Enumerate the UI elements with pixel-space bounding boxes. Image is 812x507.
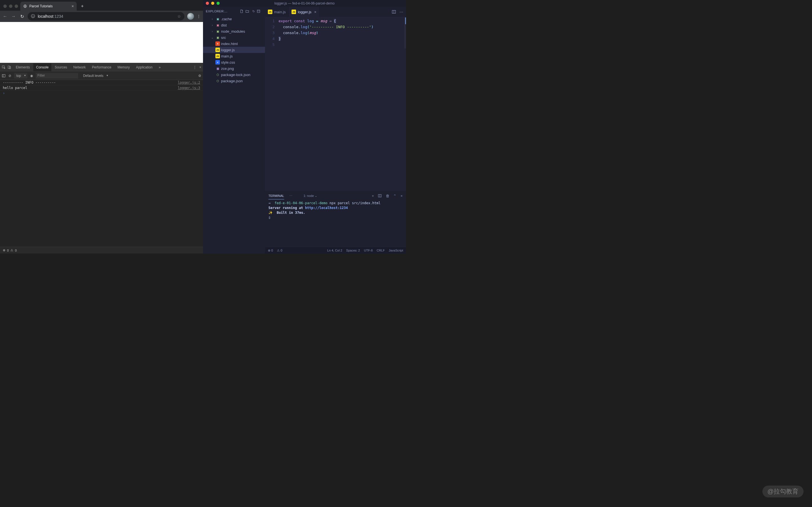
console-prompt[interactable]: ›: [0, 91, 203, 96]
folder-src[interactable]: ⌄▣src: [203, 34, 265, 41]
warning-count-icon[interactable]: ⚠: [10, 248, 13, 252]
devtools-tab-sources[interactable]: Sources: [52, 63, 70, 71]
code-content: export const log = msg ⇒ { console.log('…: [278, 18, 406, 191]
console-source-link[interactable]: logger.js:2: [178, 80, 200, 84]
file-package-lock[interactable]: ›⬡package-lock.json: [203, 71, 265, 78]
more-tabs-icon[interactable]: ⋯: [289, 194, 293, 198]
maximize-dot[interactable]: [15, 4, 18, 8]
minimap[interactable]: [404, 17, 406, 48]
devtools-tab-elements[interactable]: Elements: [13, 63, 33, 71]
status-warnings[interactable]: ⚠ 0: [277, 249, 282, 252]
bookmark-star-icon[interactable]: ☆: [177, 14, 181, 18]
address-bar[interactable]: ⓘ localhost:1234 ☆: [28, 12, 185, 20]
terminal-panel: TERMINAL ⋯ 1: node ⌄ + 🗑 ⌃ × → fed-e-01-…: [265, 191, 406, 247]
error-count-icon[interactable]: ⊗: [3, 248, 5, 252]
console-output: ---------- INFO ---------- logger.js:2 h…: [0, 80, 203, 247]
minimize-button[interactable]: [211, 2, 214, 5]
file-package-json[interactable]: ›⬡package.json: [203, 78, 265, 84]
code-editor[interactable]: 1 2 3 4 5 export const log = msg ⇒ { con…: [265, 17, 406, 191]
vscode-window: logger.js — fed-e-01-04-06-parcel-demo E…: [203, 0, 406, 253]
status-eol[interactable]: CRLF: [377, 249, 385, 252]
console-settings-icon[interactable]: ⚙: [198, 74, 201, 78]
log-levels-dropdown[interactable]: Default levels: [81, 73, 110, 78]
console-source-link[interactable]: logger.js:3: [178, 86, 200, 90]
new-tab-button[interactable]: +: [79, 2, 86, 10]
status-spaces[interactable]: Spaces: 2: [346, 249, 360, 252]
split-editor-icon[interactable]: [392, 10, 396, 14]
page-content: [0, 22, 203, 63]
tab-label: logger.js: [298, 10, 311, 14]
console-message: ---------- INFO ----------: [3, 80, 56, 84]
status-encoding[interactable]: UTF-8: [364, 249, 373, 252]
maximize-panel-icon[interactable]: ⌃: [393, 194, 396, 198]
reload-button[interactable]: ↻: [19, 14, 25, 19]
file-main-js[interactable]: JSmain.js: [203, 53, 265, 59]
close-button[interactable]: [206, 2, 209, 5]
live-expression-icon[interactable]: ◉: [30, 74, 33, 78]
browser-tab[interactable]: Parcel Tutorials ×: [20, 2, 77, 11]
collapse-icon[interactable]: [257, 9, 262, 13]
mac-window-controls: [206, 2, 220, 5]
minimize-dot[interactable]: [9, 4, 12, 8]
editor-area: JS main.js JS logger.js × ⋯ 1: [265, 7, 406, 253]
devtools-tabbar: Elements Console Sources Network Perform…: [0, 63, 203, 71]
console-sidebar-toggle-icon[interactable]: [2, 74, 6, 78]
tab-label: main.js: [274, 10, 286, 14]
editor-tabbar: JS main.js JS logger.js × ⋯: [265, 7, 406, 17]
file-style-css[interactable]: #style.css: [203, 59, 265, 65]
context-dropdown[interactable]: top: [14, 73, 28, 78]
inspect-icon[interactable]: [2, 65, 7, 69]
devtools-tab-network[interactable]: Network: [70, 63, 89, 71]
folder-dist[interactable]: ›▣dist: [203, 22, 265, 28]
svg-rect-2: [8, 66, 10, 68]
devtools-tab-more-icon[interactable]: »: [156, 63, 163, 71]
explorer-title: EXPLORER:...: [206, 10, 240, 13]
console-filter-input[interactable]: Filter: [36, 73, 78, 78]
site-info-icon[interactable]: ⓘ: [31, 14, 35, 19]
url-text: localhost:1234: [38, 14, 63, 18]
devtools-close-icon[interactable]: ×: [199, 65, 201, 69]
devtools-tab-memory[interactable]: Memory: [115, 63, 133, 71]
forward-button[interactable]: →: [11, 14, 16, 19]
zoom-button[interactable]: [216, 2, 220, 5]
terminal-tab[interactable]: TERMINAL: [268, 194, 284, 200]
status-language[interactable]: JavaScript: [389, 249, 403, 252]
tab-title: Parcel Tutorials: [29, 4, 53, 8]
terminal-output[interactable]: → fed-e-01-04-06-parcel-demo npx parcel …: [265, 200, 406, 247]
clear-console-icon[interactable]: ⊘: [8, 74, 11, 78]
tab-close-icon[interactable]: ×: [71, 4, 74, 8]
new-file-icon[interactable]: [240, 9, 245, 13]
devtools-tab-application[interactable]: Application: [133, 63, 155, 71]
profile-avatar[interactable]: [187, 13, 194, 20]
terminal-dropdown[interactable]: 1: node ⌄: [304, 194, 317, 198]
devtools-tab-performance[interactable]: Performance: [89, 63, 114, 71]
new-terminal-icon[interactable]: +: [372, 194, 374, 198]
device-toggle-icon[interactable]: [7, 65, 12, 69]
split-terminal-icon[interactable]: [378, 194, 382, 198]
close-dot[interactable]: [3, 4, 7, 8]
editor-tab-main[interactable]: JS main.js: [265, 7, 289, 17]
file-index-html[interactable]: 5index.html: [203, 41, 265, 47]
new-folder-icon[interactable]: [245, 9, 251, 13]
window-title: logger.js — fed-e-01-04-06-parcel-demo: [274, 1, 335, 5]
browser-menu-icon[interactable]: ⋮: [197, 14, 201, 18]
warning-count: 0: [15, 249, 17, 252]
status-position[interactable]: Ln 4, Col 2: [327, 249, 342, 252]
close-panel-icon[interactable]: ×: [400, 194, 403, 198]
line-gutter: 1 2 3 4 5: [265, 18, 278, 191]
file-zce-png[interactable]: ▦zce.png: [203, 65, 265, 71]
editor-tab-logger[interactable]: JS logger.js ×: [289, 7, 319, 17]
file-tree: ›▣.cache ›▣dist ›▣node_modules ⌄▣src 5in…: [203, 16, 265, 253]
more-actions-icon[interactable]: ⋯: [400, 10, 403, 14]
console-toolbar: ⊘ top ◉ Filter Default levels ⚙: [0, 71, 203, 80]
folder-cache[interactable]: ›▣.cache: [203, 16, 265, 22]
tab-close-icon[interactable]: ×: [314, 10, 317, 14]
back-button[interactable]: ←: [2, 14, 8, 19]
status-errors[interactable]: ⊗ 0: [268, 249, 273, 252]
kill-terminal-icon[interactable]: 🗑: [386, 194, 389, 198]
refresh-icon[interactable]: ↻: [251, 10, 257, 13]
devtools-tab-console[interactable]: Console: [33, 63, 51, 71]
devtools-settings-icon[interactable]: ⋮: [193, 65, 197, 69]
file-logger-js[interactable]: JSlogger.js: [203, 47, 265, 53]
folder-node-modules[interactable]: ›▣node_modules: [203, 28, 265, 34]
